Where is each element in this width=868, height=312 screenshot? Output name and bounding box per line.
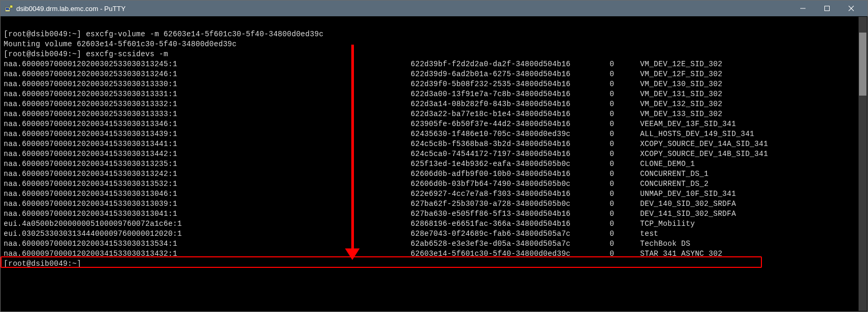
- svg-rect-5: [825, 6, 830, 11]
- scsi-partition: 0: [610, 219, 640, 229]
- prompt: [root@dsib0049:~]: [4, 50, 81, 58]
- scsi-uuid: 622d3a14-08b282f0-843b-34800d504b16: [411, 99, 610, 109]
- scsi-label: VM_DEV_130_SID_302: [640, 79, 723, 89]
- scsi-device: naa.60000970000120200341533030313441:1: [4, 139, 411, 149]
- prompt: [root@dsib0049:~]: [4, 30, 81, 38]
- scsi-uuid: 622d3a00-13f91e7a-7c8b-34800d504b16: [411, 89, 610, 99]
- scsi-uuid: 622d3a22-ba77e18c-b1e4-34800d504b16: [411, 109, 610, 119]
- scsi-uuid: 622d39f0-5b08f232-2535-34800d504b16: [411, 79, 610, 89]
- scsi-partition: 0: [610, 149, 640, 159]
- scsi-device: naa.60000970000120200341533030313046:1: [4, 189, 411, 199]
- command-2: esxcfg-scsidevs -m: [86, 50, 169, 58]
- scsi-label: XCOPY_SOURCE_DEV_14B_SID_341: [640, 149, 768, 159]
- scsi-uuid: 62435630-1f486e10-705c-34800d0ed39c: [411, 129, 610, 139]
- scsi-partition: 0: [610, 239, 640, 249]
- scsi-device: naa.60000970000120200341533030313534:1: [4, 239, 411, 249]
- scsi-partition: 0: [610, 209, 640, 219]
- scsi-label: VM_DEV_12F_SID_302: [640, 69, 723, 79]
- scsi-device: naa.60000970000120200302533030313246:1: [4, 69, 411, 79]
- scsi-device: eui.4a0500b200000005100009760072a1c6e:1: [4, 219, 411, 229]
- annotation-arrow-head-icon: [345, 248, 360, 260]
- scsi-label: TCP_Mobility: [640, 219, 695, 229]
- scsi-uuid: 62606d0b-03bf7b64-7490-34800d505b0c: [411, 179, 610, 189]
- scsi-device: naa.60000970000120200341533030313041:1: [4, 209, 411, 219]
- scsi-partition: 0: [610, 179, 640, 189]
- scsi-label: CONCURRENT_DS_1: [640, 169, 709, 179]
- command-1: esxcfg-volume -m 62603e14-5f601c30-5f40-…: [86, 30, 323, 38]
- window-title: dsib0049.drm.lab.emc.com - PuTTY: [16, 5, 791, 13]
- scsi-label: STAR_341_ASYNC_302: [640, 249, 723, 259]
- terminal-area[interactable]: [root@dsib0049:~] esxcfg-volume -m 62603…: [1, 16, 867, 311]
- scsi-partition: 0: [610, 79, 640, 89]
- scsi-label: CLONE_DEMO_1: [640, 159, 695, 169]
- scsi-device: naa.60000970000120200341533030313242:1: [4, 169, 411, 179]
- scsi-partition: 0: [610, 159, 640, 169]
- prompt: [root@dsib0049:~]: [4, 259, 81, 268]
- scsi-partition: 0: [610, 169, 640, 179]
- scsi-uuid: 62ab6528-e3e3ef3e-d05a-34800d505a7c: [411, 239, 610, 249]
- scsi-label: TechBook DS: [640, 239, 691, 249]
- minimize-button[interactable]: [791, 1, 815, 16]
- putty-icon: [5, 4, 13, 13]
- scsi-uuid: 62606d0b-adfb9f00-10b0-34800d504b16: [411, 169, 610, 179]
- scsi-uuid: 628e7043-0f24689c-fab6-34800d505a7c: [411, 229, 610, 239]
- scsi-device: naa.60000970000120200341533030313346:1: [4, 119, 411, 129]
- scsi-uuid: 62603e14-5f601c30-5f40-34800d0ed39c: [411, 249, 610, 259]
- scsi-partition: 0: [610, 139, 640, 149]
- scsi-device: naa.60000970000120200341533030313532:1: [4, 179, 411, 189]
- scsi-uuid: 62868196-e6651fac-366a-34800d504b16: [411, 219, 610, 229]
- scrollbar-thumb[interactable]: [859, 33, 866, 96]
- output-mounting: Mounting volume 62603e14-5f601c30-5f40-3…: [4, 40, 237, 48]
- scsi-label: VEEAM_DEV_13F_SID_341: [640, 119, 736, 129]
- scsi-uuid: 622d39d9-6ad2b01a-6275-34800d504b16: [411, 69, 610, 79]
- scsi-device: naa.60000970000120200341533030313039:1: [4, 199, 411, 209]
- scsi-device: naa.60000970000120200302533030313331:1: [4, 89, 411, 99]
- scsi-label: VM_DEV_131_SID_302: [640, 89, 723, 99]
- scsi-uuid: 624c5c8b-f5368ba8-3b2d-34800d504b16: [411, 139, 610, 149]
- scsi-partition: 0: [610, 89, 640, 99]
- titlebar[interactable]: dsib0049.drm.lab.emc.com - PuTTY: [1, 1, 867, 16]
- scsi-label: test: [640, 229, 658, 239]
- scsi-label: DEV_140_SID_302_SRDFA: [640, 199, 736, 209]
- scsi-partition: 0: [610, 59, 640, 69]
- scsi-uuid: 624c5ca0-74544172-7197-34800d504b16: [411, 149, 610, 159]
- maximize-button[interactable]: [815, 1, 839, 16]
- terminal-output: [root@dsib0049:~] esxcfg-volume -m 62603…: [4, 19, 858, 308]
- scsi-device: naa.60000970000120200341533030313439:1: [4, 129, 411, 139]
- scsi-uuid: 627ba630-e505ff86-5f13-34800d504b16: [411, 209, 610, 219]
- putty-window: dsib0049.drm.lab.emc.com - PuTTY [root@d…: [0, 0, 868, 312]
- scsi-label: UNMAP_DEV_10F_SID_341: [640, 189, 736, 199]
- scsi-device: naa.60000970000120200302533030313330:1: [4, 79, 411, 89]
- scsi-device: naa.60000970000120200302533030313332:1: [4, 99, 411, 109]
- scsi-uuid: 622d39bf-f2d2d2a0-da2f-34800d504b16: [411, 59, 610, 69]
- scsi-partition: 0: [610, 99, 640, 109]
- scsi-uuid: 625f13ed-1e4b9362-eafa-34800d505b0c: [411, 159, 610, 169]
- close-button[interactable]: [839, 1, 863, 16]
- scsi-device: eui.030253303031344400009760000012020:1: [4, 229, 411, 239]
- svg-rect-2: [10, 5, 13, 8]
- scsi-partition: 0: [610, 69, 640, 79]
- scsi-uuid: 627ba62f-25b30730-a728-34800d505b0c: [411, 199, 610, 209]
- scsi-partition: 0: [610, 249, 640, 259]
- scsi-device: naa.60000970000120200302533030313333:1: [4, 109, 411, 119]
- scsi-label: CONCURRENT_DS_2: [640, 179, 709, 189]
- scsi-partition: 0: [610, 189, 640, 199]
- annotation-arrow-line: [351, 45, 354, 252]
- scsi-partition: 0: [610, 129, 640, 139]
- scsi-uuid: 623905fe-6b50f37e-44d2-34800d504b16: [411, 119, 610, 129]
- scsi-label: VM_DEV_132_SID_302: [640, 99, 723, 109]
- svg-rect-1: [6, 8, 9, 10]
- scsi-label: VM_DEV_12E_SID_302: [640, 59, 723, 69]
- scsi-label: VM_DEV_133_SID_302: [640, 109, 723, 119]
- scsi-label: DEV_141_SID_302_SRDFA: [640, 209, 736, 219]
- scsi-partition: 0: [610, 119, 640, 129]
- scsi-label: ALL_HOSTS_DEV_149_SID_341: [640, 129, 755, 139]
- window-buttons: [791, 1, 863, 16]
- scrollbar-track[interactable]: [859, 17, 867, 311]
- scsi-partition: 0: [610, 199, 640, 209]
- scsi-label: XCOPY_SOURCE_DEV_14A_SID_341: [640, 139, 768, 149]
- scsi-partition: 0: [610, 109, 640, 119]
- scsi-partition: 0: [610, 229, 640, 239]
- scsi-device: naa.60000970000120200341533030313235:1: [4, 159, 411, 169]
- scsi-device: naa.60000970000120200302533030313245:1: [4, 59, 411, 69]
